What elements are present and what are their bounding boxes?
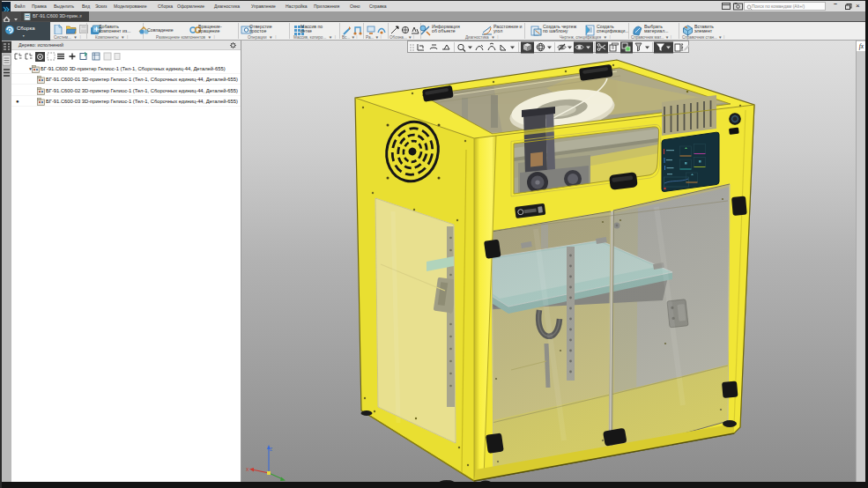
svg-text:X: X	[246, 467, 249, 472]
svg-text:Z: Z	[270, 447, 272, 452]
